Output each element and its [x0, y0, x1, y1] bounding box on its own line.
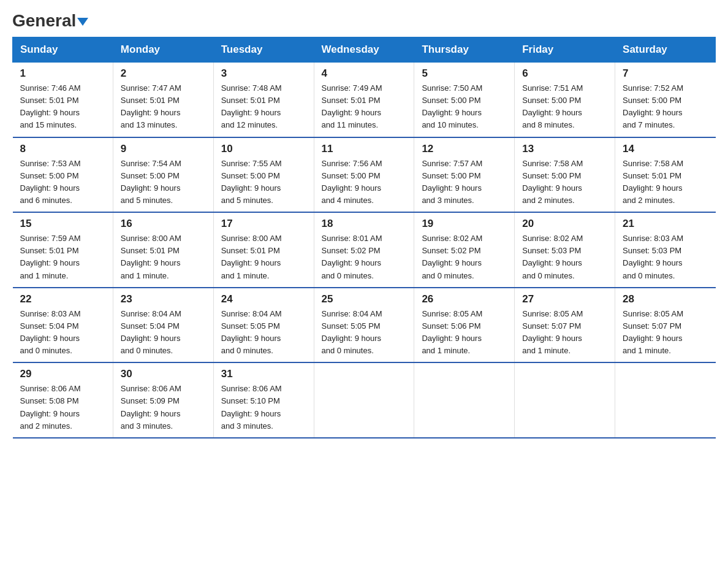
calendar-week-row: 8Sunrise: 7:53 AM Sunset: 5:00 PM Daylig…: [13, 137, 716, 213]
calendar-week-row: 1Sunrise: 7:46 AM Sunset: 5:01 PM Daylig…: [13, 63, 716, 137]
day-number: 7: [623, 67, 708, 80]
day-number: 19: [422, 218, 507, 230]
day-info: Sunrise: 7:51 AM Sunset: 5:00 PM Dayligh…: [522, 82, 607, 132]
calendar-cell: 4Sunrise: 7:49 AM Sunset: 5:01 PM Daylig…: [314, 63, 414, 137]
calendar-cell: [515, 362, 615, 438]
logo: General: [12, 12, 88, 31]
logo-line1: General: [12, 12, 88, 29]
calendar-cell: 27Sunrise: 8:05 AM Sunset: 5:07 PM Dayli…: [515, 288, 615, 363]
calendar-week-row: 15Sunrise: 7:59 AM Sunset: 5:01 PM Dayli…: [13, 212, 716, 288]
calendar-cell: 31Sunrise: 8:06 AM Sunset: 5:10 PM Dayli…: [213, 362, 314, 438]
calendar-cell: 9Sunrise: 7:54 AM Sunset: 5:00 PM Daylig…: [113, 137, 213, 213]
calendar-cell: 10Sunrise: 7:55 AM Sunset: 5:00 PM Dayli…: [213, 137, 314, 213]
day-number: 10: [221, 143, 306, 155]
calendar-cell: 20Sunrise: 8:02 AM Sunset: 5:03 PM Dayli…: [515, 212, 615, 288]
day-info: Sunrise: 8:05 AM Sunset: 5:07 PM Dayligh…: [623, 308, 708, 358]
day-number: 30: [121, 368, 206, 380]
day-number: 4: [322, 67, 407, 80]
page-header: General: [12, 12, 716, 31]
day-info: Sunrise: 7:47 AM Sunset: 5:01 PM Dayligh…: [121, 82, 206, 132]
day-info: Sunrise: 7:55 AM Sunset: 5:00 PM Dayligh…: [221, 158, 306, 207]
day-number: 23: [121, 293, 206, 305]
calendar-cell: 3Sunrise: 7:48 AM Sunset: 5:01 PM Daylig…: [213, 63, 314, 137]
day-number: 16: [121, 218, 206, 230]
day-info: Sunrise: 7:53 AM Sunset: 5:00 PM Dayligh…: [20, 158, 105, 207]
calendar-table: SundayMondayTuesdayWednesdayThursdayFrid…: [12, 37, 716, 439]
calendar-cell: 23Sunrise: 8:04 AM Sunset: 5:04 PM Dayli…: [113, 288, 213, 363]
calendar-cell: 29Sunrise: 8:06 AM Sunset: 5:08 PM Dayli…: [13, 362, 113, 438]
day-number: 26: [422, 293, 507, 305]
day-number: 21: [623, 218, 708, 230]
day-number: 18: [322, 218, 407, 230]
calendar-week-row: 22Sunrise: 8:03 AM Sunset: 5:04 PM Dayli…: [13, 288, 716, 363]
day-info: Sunrise: 8:06 AM Sunset: 5:09 PM Dayligh…: [121, 383, 206, 432]
day-info: Sunrise: 7:48 AM Sunset: 5:01 PM Dayligh…: [221, 82, 306, 132]
calendar-cell: 6Sunrise: 7:51 AM Sunset: 5:00 PM Daylig…: [515, 63, 615, 137]
day-info: Sunrise: 7:58 AM Sunset: 5:00 PM Dayligh…: [522, 158, 607, 207]
day-number: 6: [522, 67, 607, 80]
day-info: Sunrise: 7:56 AM Sunset: 5:00 PM Dayligh…: [322, 158, 407, 207]
calendar-cell: 15Sunrise: 7:59 AM Sunset: 5:01 PM Dayli…: [13, 212, 113, 288]
calendar-cell: 25Sunrise: 8:04 AM Sunset: 5:05 PM Dayli…: [314, 288, 414, 363]
logo-triangle-icon: [77, 18, 88, 26]
day-info: Sunrise: 7:52 AM Sunset: 5:00 PM Dayligh…: [623, 82, 708, 132]
day-info: Sunrise: 7:54 AM Sunset: 5:00 PM Dayligh…: [121, 158, 206, 207]
weekday-header-friday: Friday: [515, 37, 615, 63]
calendar-week-row: 29Sunrise: 8:06 AM Sunset: 5:08 PM Dayli…: [13, 362, 716, 438]
weekday-header-sunday: Sunday: [13, 37, 113, 63]
day-info: Sunrise: 7:49 AM Sunset: 5:01 PM Dayligh…: [322, 82, 407, 132]
day-number: 17: [221, 218, 306, 230]
day-info: Sunrise: 7:59 AM Sunset: 5:01 PM Dayligh…: [20, 232, 105, 282]
day-number: 2: [121, 67, 206, 80]
weekday-header-wednesday: Wednesday: [314, 37, 414, 63]
day-info: Sunrise: 8:03 AM Sunset: 5:03 PM Dayligh…: [623, 232, 708, 282]
calendar-cell: 11Sunrise: 7:56 AM Sunset: 5:00 PM Dayli…: [314, 137, 414, 213]
calendar-cell: 17Sunrise: 8:00 AM Sunset: 5:01 PM Dayli…: [213, 212, 314, 288]
day-info: Sunrise: 8:02 AM Sunset: 5:03 PM Dayligh…: [522, 232, 607, 282]
day-info: Sunrise: 8:05 AM Sunset: 5:06 PM Dayligh…: [422, 308, 507, 358]
day-number: 11: [322, 143, 407, 155]
day-info: Sunrise: 7:46 AM Sunset: 5:01 PM Dayligh…: [20, 82, 105, 132]
day-info: Sunrise: 8:00 AM Sunset: 5:01 PM Dayligh…: [221, 232, 306, 282]
day-info: Sunrise: 8:05 AM Sunset: 5:07 PM Dayligh…: [522, 308, 607, 358]
calendar-cell: 26Sunrise: 8:05 AM Sunset: 5:06 PM Dayli…: [414, 288, 515, 363]
day-number: 31: [221, 368, 306, 380]
calendar-cell: 5Sunrise: 7:50 AM Sunset: 5:00 PM Daylig…: [414, 63, 515, 137]
day-info: Sunrise: 8:04 AM Sunset: 5:05 PM Dayligh…: [221, 308, 306, 358]
weekday-header-saturday: Saturday: [615, 37, 716, 63]
calendar-cell: 12Sunrise: 7:57 AM Sunset: 5:00 PM Dayli…: [414, 137, 515, 213]
weekday-header-monday: Monday: [113, 37, 213, 63]
day-number: 20: [522, 218, 607, 230]
calendar-cell: 19Sunrise: 8:02 AM Sunset: 5:02 PM Dayli…: [414, 212, 515, 288]
day-info: Sunrise: 8:01 AM Sunset: 5:02 PM Dayligh…: [322, 232, 407, 282]
calendar-cell: 18Sunrise: 8:01 AM Sunset: 5:02 PM Dayli…: [314, 212, 414, 288]
weekday-header-tuesday: Tuesday: [213, 37, 314, 63]
calendar-cell: 14Sunrise: 7:58 AM Sunset: 5:01 PM Dayli…: [615, 137, 716, 213]
day-number: 5: [422, 67, 507, 80]
calendar-cell: 7Sunrise: 7:52 AM Sunset: 5:00 PM Daylig…: [615, 63, 716, 137]
calendar-cell: 21Sunrise: 8:03 AM Sunset: 5:03 PM Dayli…: [615, 212, 716, 288]
day-number: 29: [20, 368, 105, 380]
day-info: Sunrise: 8:06 AM Sunset: 5:10 PM Dayligh…: [221, 383, 306, 432]
day-number: 8: [20, 143, 105, 155]
calendar-cell: [615, 362, 716, 438]
calendar-cell: 16Sunrise: 8:00 AM Sunset: 5:01 PM Dayli…: [113, 212, 213, 288]
weekday-header-thursday: Thursday: [414, 37, 515, 63]
calendar-cell: 24Sunrise: 8:04 AM Sunset: 5:05 PM Dayli…: [213, 288, 314, 363]
day-info: Sunrise: 8:06 AM Sunset: 5:08 PM Dayligh…: [20, 383, 105, 432]
day-info: Sunrise: 8:02 AM Sunset: 5:02 PM Dayligh…: [422, 232, 507, 282]
day-number: 28: [623, 293, 708, 305]
day-number: 25: [322, 293, 407, 305]
day-number: 14: [623, 143, 708, 155]
day-info: Sunrise: 7:57 AM Sunset: 5:00 PM Dayligh…: [422, 158, 507, 207]
day-info: Sunrise: 8:00 AM Sunset: 5:01 PM Dayligh…: [121, 232, 206, 282]
calendar-cell: 22Sunrise: 8:03 AM Sunset: 5:04 PM Dayli…: [13, 288, 113, 363]
day-number: 12: [422, 143, 507, 155]
day-info: Sunrise: 8:03 AM Sunset: 5:04 PM Dayligh…: [20, 308, 105, 358]
calendar-cell: 30Sunrise: 8:06 AM Sunset: 5:09 PM Dayli…: [113, 362, 213, 438]
day-info: Sunrise: 8:04 AM Sunset: 5:04 PM Dayligh…: [121, 308, 206, 358]
calendar-cell: [414, 362, 515, 438]
calendar-cell: 8Sunrise: 7:53 AM Sunset: 5:00 PM Daylig…: [13, 137, 113, 213]
day-info: Sunrise: 7:50 AM Sunset: 5:00 PM Dayligh…: [422, 82, 507, 132]
day-number: 1: [20, 67, 105, 80]
